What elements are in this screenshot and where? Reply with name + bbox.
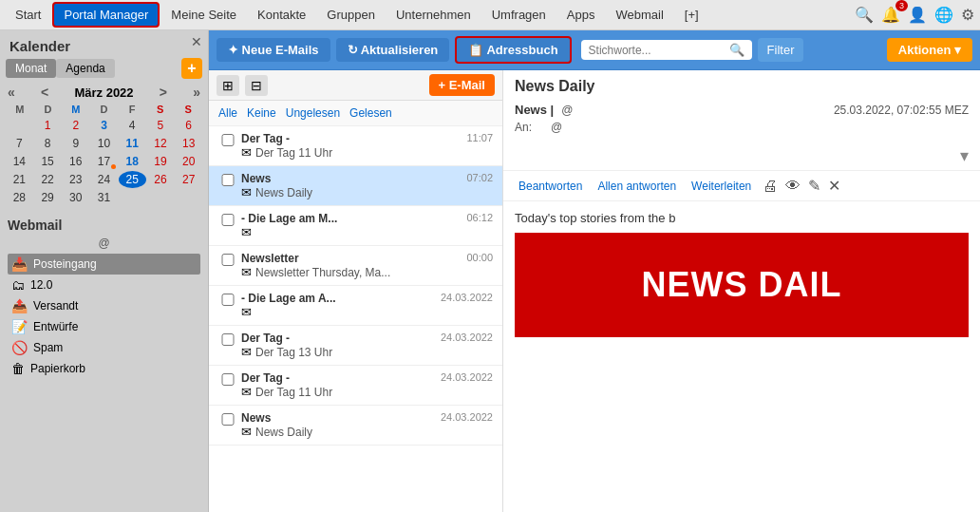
nav-meine-seite[interactable]: Meine Seite bbox=[161, 4, 246, 26]
cal-day-19[interactable]: 19 bbox=[147, 153, 175, 170]
chevron-down-icon[interactable]: ▾ bbox=[960, 146, 969, 165]
cal-day-4[interactable]: 4 bbox=[119, 117, 146, 134]
cal-day-2[interactable]: 2 bbox=[62, 117, 89, 134]
reply-all-button[interactable]: Allen antworten bbox=[594, 178, 680, 195]
cal-day-9[interactable]: 9 bbox=[62, 135, 89, 152]
cal-day-13[interactable]: 13 bbox=[175, 135, 202, 152]
reply-button[interactable]: Beantworten bbox=[515, 178, 586, 195]
view-list-icon[interactable]: ⊞ bbox=[217, 75, 239, 96]
cal-day-3[interactable]: 3 bbox=[90, 117, 118, 134]
calendar-prev-prev-button[interactable]: « bbox=[8, 85, 15, 100]
cal-day-15[interactable]: 15 bbox=[34, 153, 62, 170]
nav-portal-manager[interactable]: Portal Manager bbox=[52, 2, 160, 28]
cal-day-26[interactable]: 26 bbox=[147, 171, 175, 188]
neue-emails-button[interactable]: ✦ Neue E-Mails bbox=[217, 38, 330, 62]
email-checkbox-4[interactable] bbox=[218, 254, 237, 266]
adressbuch-button[interactable]: 📋 Adressbuch bbox=[455, 36, 571, 64]
edit-icon[interactable]: ✎ bbox=[808, 177, 820, 195]
forward-button[interactable]: Weiterleiten bbox=[688, 178, 755, 195]
add-calendar-event-button[interactable]: + bbox=[181, 58, 202, 79]
cal-day-29[interactable]: 29 bbox=[34, 189, 62, 206]
cal-day-6[interactable]: 6 bbox=[175, 117, 202, 134]
view-icon[interactable]: 👁 bbox=[785, 178, 801, 195]
calendar-prev-button[interactable]: < bbox=[41, 85, 48, 100]
cal-day-17[interactable]: 17 bbox=[90, 153, 118, 170]
nav-start[interactable]: Start bbox=[6, 4, 50, 26]
email-item-4[interactable]: Newsletter ✉ Newsletter Thursday, Ma... … bbox=[209, 246, 502, 286]
nav-unternehmen[interactable]: Unternehmen bbox=[386, 4, 481, 26]
cal-day-7[interactable]: 7 bbox=[6, 135, 33, 152]
cal-day-10[interactable]: 10 bbox=[90, 135, 118, 152]
nav-apps[interactable]: Apps bbox=[557, 4, 605, 26]
email-checkbox-3[interactable] bbox=[218, 214, 237, 226]
nav-umfragen[interactable]: Umfragen bbox=[482, 4, 556, 26]
settings-icon[interactable]: ⚙ bbox=[961, 6, 974, 24]
nav-webmail[interactable]: Webmail bbox=[606, 4, 672, 26]
nav-kontakte[interactable]: Kontakte bbox=[248, 4, 315, 26]
cal-day-21[interactable]: 21 bbox=[6, 171, 33, 188]
search-icon[interactable]: 🔍 bbox=[729, 43, 744, 57]
email-item-7[interactable]: Der Tag - ✉ Der Tag 11 Uhr 24.03.2022 bbox=[209, 366, 502, 406]
folder-spam[interactable]: 🚫 Spam bbox=[8, 337, 200, 358]
delete-icon[interactable]: ✕ bbox=[828, 177, 840, 195]
folder-entwuerfe[interactable]: 📝 Entwürfe bbox=[8, 316, 200, 337]
cal-day-28[interactable]: 28 bbox=[6, 189, 33, 206]
email-checkbox-2[interactable] bbox=[218, 174, 237, 186]
cal-day-24[interactable]: 24 bbox=[90, 171, 118, 188]
expand-button[interactable]: ▾ bbox=[503, 142, 980, 170]
folder-posteingang[interactable]: 📥 Posteingang bbox=[8, 254, 200, 275]
cal-day-16[interactable]: 16 bbox=[62, 153, 89, 170]
filter-gelesen[interactable]: Gelesen bbox=[349, 106, 392, 120]
email-checkbox-5[interactable] bbox=[218, 294, 237, 306]
print-icon[interactable]: 🖨 bbox=[763, 178, 778, 195]
aktualisieren-button[interactable]: ↻ Aktualisieren bbox=[336, 38, 450, 62]
email-item-6[interactable]: Der Tag - ✉ Der Tag 13 Uhr 24.03.2022 bbox=[209, 326, 502, 366]
cal-day-12[interactable]: 12 bbox=[147, 135, 175, 152]
from-at: @ bbox=[561, 104, 573, 117]
cal-day-1[interactable]: 1 bbox=[34, 117, 62, 134]
globe-icon[interactable]: 🌐 bbox=[934, 6, 953, 24]
email-checkbox-6[interactable] bbox=[218, 333, 237, 346]
email-item-5[interactable]: - Die Lage am A... ✉ 24.03.2022 bbox=[209, 286, 502, 326]
email-checkbox[interactable] bbox=[218, 134, 237, 146]
search-input[interactable] bbox=[589, 44, 726, 57]
filter-ungelesen[interactable]: Ungelesen bbox=[286, 106, 340, 120]
cal-day-14[interactable]: 14 bbox=[6, 153, 33, 170]
cal-day-30[interactable]: 30 bbox=[62, 189, 89, 206]
nav-plus[interactable]: [+] bbox=[675, 4, 708, 26]
filter-button[interactable]: Filter bbox=[758, 38, 804, 62]
cal-day-20[interactable]: 20 bbox=[175, 153, 202, 170]
search-icon[interactable]: 🔍 bbox=[855, 6, 874, 24]
folder-versandt[interactable]: 📤 Versandt bbox=[8, 295, 200, 316]
email-checkbox-7[interactable] bbox=[218, 373, 237, 386]
folder-12[interactable]: 🗂 12.0 bbox=[8, 275, 200, 295]
cal-day-31[interactable]: 31 bbox=[90, 189, 118, 206]
calendar-tab-monat[interactable]: Monat bbox=[6, 59, 56, 78]
cal-day-25-today[interactable]: 25 bbox=[119, 171, 146, 188]
filter-alle[interactable]: Alle bbox=[218, 106, 237, 120]
nav-gruppen[interactable]: Gruppen bbox=[317, 4, 385, 26]
cal-day-18[interactable]: 18 bbox=[119, 153, 146, 170]
email-item[interactable]: Der Tag - ✉ Der Tag 11 Uhr 11:07 bbox=[209, 126, 502, 166]
user-icon[interactable]: 👤 bbox=[908, 6, 927, 24]
notifications-icon[interactable]: 🔔3 bbox=[881, 6, 900, 24]
filter-keine[interactable]: Keine bbox=[247, 106, 276, 120]
cal-day-23[interactable]: 23 bbox=[62, 171, 89, 188]
email-item-selected[interactable]: News ✉ News Daily 07:02 bbox=[209, 166, 502, 206]
calendar-next-button[interactable]: > bbox=[160, 85, 167, 100]
cal-day-27[interactable]: 27 bbox=[175, 171, 202, 188]
folder-papierkorb[interactable]: 🗑 Papierkorb bbox=[8, 358, 200, 379]
view-detail-icon[interactable]: ⊟ bbox=[245, 75, 268, 96]
aktionen-button[interactable]: Aktionen ▾ bbox=[887, 38, 972, 62]
email-item-3[interactable]: - Die Lage am M... ✉ 06:12 bbox=[209, 206, 502, 246]
calendar-next-next-button[interactable]: » bbox=[193, 85, 200, 100]
cal-day-22[interactable]: 22 bbox=[34, 171, 62, 188]
cal-day-5[interactable]: 5 bbox=[147, 117, 175, 134]
cal-day-11[interactable]: 11 bbox=[119, 135, 146, 152]
calendar-tab-agenda[interactable]: Agenda bbox=[56, 59, 114, 78]
email-item-8[interactable]: News ✉ News Daily 24.03.2022 bbox=[209, 406, 502, 446]
close-sidebar-button[interactable]: ✕ bbox=[191, 34, 202, 49]
new-email-button[interactable]: + E-Mail bbox=[429, 74, 496, 96]
email-checkbox-8[interactable] bbox=[218, 413, 237, 426]
cal-day-8[interactable]: 8 bbox=[34, 135, 62, 152]
